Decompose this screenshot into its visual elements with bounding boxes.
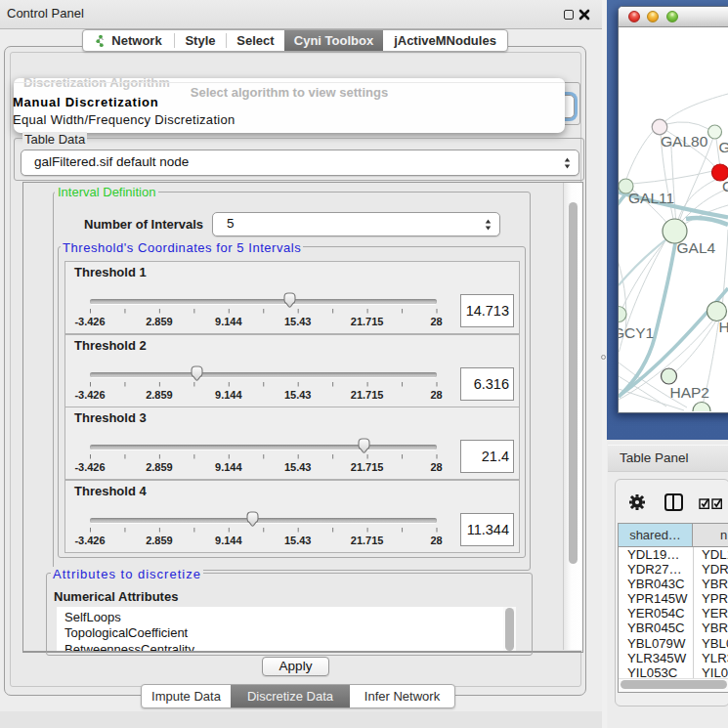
- svg-text:H: H: [719, 319, 728, 335]
- svg-text:GAL4: GAL4: [677, 239, 716, 256]
- svg-text:HAP2: HAP2: [670, 384, 710, 401]
- svg-text:GCY1: GCY1: [619, 324, 654, 341]
- svg-text:GAL11: GAL11: [628, 190, 674, 206]
- svg-text:C: C: [722, 178, 728, 194]
- svg-text:GA: GA: [719, 139, 728, 155]
- svg-text:GAL80: GAL80: [661, 133, 708, 150]
